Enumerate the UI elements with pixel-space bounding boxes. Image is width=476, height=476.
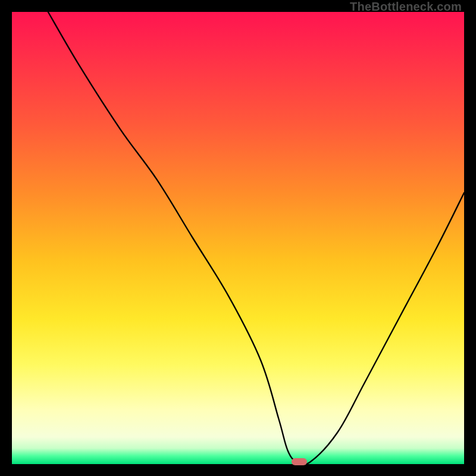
bottleneck-curve bbox=[12, 12, 464, 464]
chart-frame: TheBottleneck.com bbox=[0, 0, 476, 476]
watermark-text: TheBottleneck.com bbox=[350, 0, 462, 14]
optimum-marker bbox=[292, 458, 307, 465]
